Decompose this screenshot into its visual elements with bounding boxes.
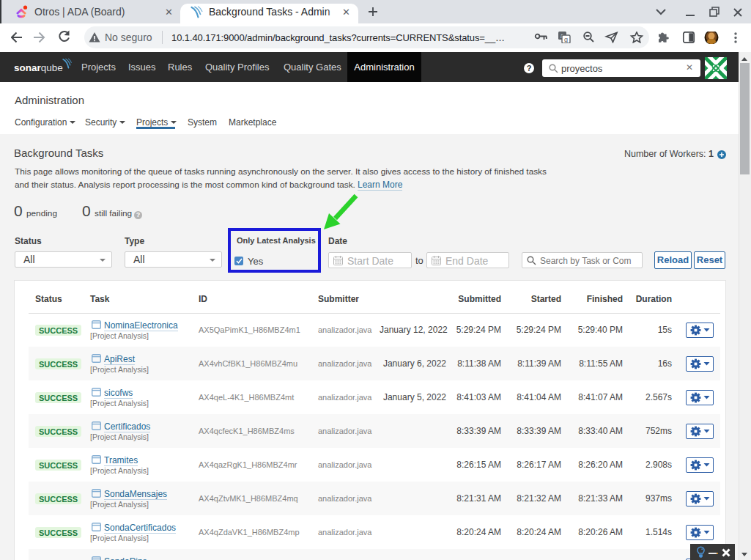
svg-text:g: g bbox=[564, 36, 568, 43]
